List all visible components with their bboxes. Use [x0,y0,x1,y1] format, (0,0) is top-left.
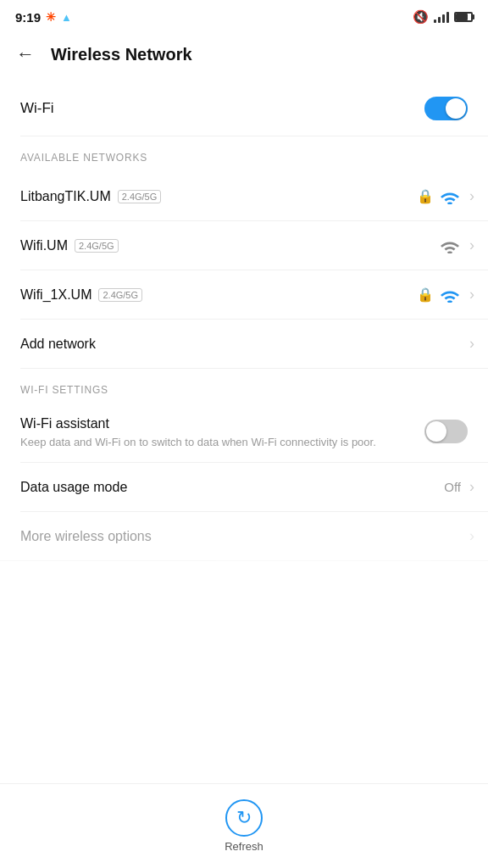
network-badge-wifium: 2.4G/5G [75,239,119,253]
chevron-wifi1x: › [469,286,474,303]
battery-icon [454,12,473,22]
refresh-icon: ↻ [236,807,252,829]
wifi-toggle[interactable] [424,97,468,120]
refresh-icon-circle: ↻ [225,799,263,837]
chevron-litbangtik: › [469,187,474,205]
wifi-label: Wi-Fi [20,100,54,117]
available-networks-label: AVAILABLE NETWORKS [0,136,488,172]
wifi-toggle-row: Wi-Fi [0,81,488,136]
lock-icon-litbangtik: 🔒 [417,188,434,204]
lock-icon-wifi1x: 🔒 [417,287,434,303]
network-badge-litbangtik: 2.4G/5G [118,190,162,203]
mute-icon: 🔇 [413,9,429,25]
refresh-label: Refresh [225,840,263,853]
toggle-knob [446,98,466,119]
wifi-assistant-title: Wi-Fi assistant [20,416,411,431]
chevron-more: › [469,527,474,545]
network-name-wifium: Wifi.UM [20,238,68,253]
refresh-button[interactable]: ↻ Refresh [225,799,263,853]
network-icons-wifi1x: 🔒 › [417,286,474,303]
network-row-wifi1x[interactable]: Wifi_1X.UM 2.4G/5G 🔒 › [0,270,488,319]
chevron-data-usage: › [469,478,474,496]
network-badge-wifi1x: 2.4G/5G [98,288,142,302]
chevron-add-network: › [469,335,474,353]
bottom-bar: ↻ Refresh [0,783,488,868]
wifi-assistant-row[interactable]: Wi-Fi assistant Keep data and Wi-Fi on t… [0,404,488,462]
network-icons-wifium: › [441,236,474,254]
puzzle-icon: ✳ [46,10,56,24]
network-name-wifi1x: Wifi_1X.UM [20,287,92,303]
status-bar: 9:19 ✳ ▲ 🔇 [0,0,488,31]
network-name-litbangtik: LitbangTIK.UM [20,189,111,204]
wifi-assistant-desc: Keep data and Wi-Fi on to switch to data… [20,435,411,450]
back-button[interactable]: ← [10,39,41,70]
more-options-label: More wireless options [20,529,466,544]
app-icon: ▲ [61,11,72,24]
status-right-icons: 🔇 [413,9,473,25]
data-usage-label: Data usage mode [20,480,444,495]
network-icons-litbangtik: 🔒 › [417,187,474,205]
page-header: ← Wireless Network [0,31,488,81]
back-arrow-icon: ← [16,45,35,64]
data-usage-row[interactable]: Data usage mode Off › [0,463,488,511]
wifi-icon-wifium [441,238,459,253]
add-network-row[interactable]: Add network › [0,320,488,368]
add-network-label: Add network [20,337,96,352]
page-title: Wireless Network [51,45,192,64]
wifi-icon-wifi1x [441,287,459,303]
signal-icon [434,11,449,23]
network-row-litbangtik[interactable]: LitbangTIK.UM 2.4G/5G 🔒 › [0,172,488,220]
wifi-assistant-toggle-knob [426,421,446,442]
data-usage-value: Off [444,480,461,494]
wifi-icon-litbangtik [441,189,459,204]
network-row-wifium[interactable]: Wifi.UM 2.4G/5G › [0,221,488,270]
status-time: 9:19 [15,10,41,25]
wifi-assistant-text: Wi-Fi assistant Keep data and Wi-Fi on t… [20,416,424,450]
wifi-settings-label: WI-FI SETTINGS [0,369,488,404]
chevron-wifium: › [469,236,474,254]
more-options-row[interactable]: More wireless options › [0,512,488,561]
wifi-assistant-toggle[interactable] [424,420,468,443]
